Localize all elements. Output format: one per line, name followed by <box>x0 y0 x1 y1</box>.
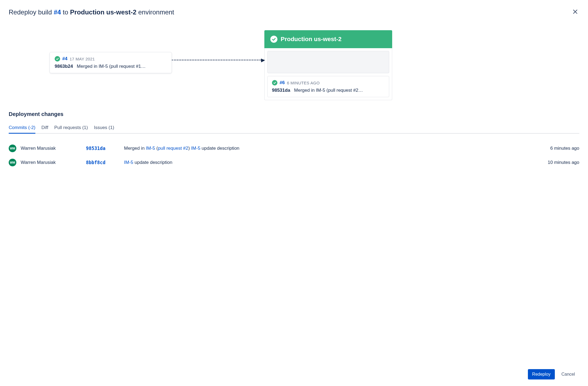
modal-title: Redeploy build #4 to Production us-west-… <box>9 8 174 16</box>
source-commit-message: Merged in IM-5 (pull request #1… <box>77 64 146 69</box>
current-commit-hash: 98531da <box>272 88 290 93</box>
commit-row: WM Warren Marusiak 8bbf8cd IM-5 update d… <box>9 155 579 170</box>
success-icon <box>272 80 277 85</box>
tab-commits[interactable]: Commits (-2) <box>9 122 35 133</box>
issue-link[interactable]: IM-5 <box>146 146 155 151</box>
commit-hash-link[interactable]: 98531da <box>86 146 124 151</box>
issue-link[interactable]: IM-5 <box>191 146 200 151</box>
avatar: WM <box>9 145 16 152</box>
commit-time: 10 minutes ago <box>533 160 579 165</box>
environment-name: Production us-west-2 <box>281 36 342 43</box>
success-icon <box>270 36 277 43</box>
issue-link[interactable]: IM-5 <box>124 160 133 165</box>
svg-marker-2 <box>261 59 265 62</box>
commit-author: Warren Marusiak <box>21 146 86 151</box>
tabs: Commits (-2) Diff Pull requests (1) Issu… <box>9 122 579 134</box>
current-build-number[interactable]: #6 <box>280 80 285 85</box>
close-icon <box>572 11 578 16</box>
tab-issues[interactable]: Issues (1) <box>94 122 114 133</box>
commit-row: WM Warren Marusiak 98531da Merged in IM-… <box>9 141 579 155</box>
source-build-card: #4 17 MAY 2021 9863b24 Merged in IM-5 (p… <box>49 52 172 73</box>
current-commit-message: Merged in IM-5 (pull request #2… <box>294 88 363 93</box>
commits-list: WM Warren Marusiak 98531da Merged in IM-… <box>9 141 579 170</box>
commit-hash-link[interactable]: 8bbf8cd <box>86 160 124 165</box>
commit-author: Warren Marusiak <box>21 160 86 165</box>
tab-diff[interactable]: Diff <box>41 122 48 133</box>
environment-header: Production us-west-2 <box>264 30 392 48</box>
section-title: Deployment changes <box>9 111 579 117</box>
pr-link[interactable]: pull request #2 <box>158 146 188 151</box>
avatar: WM <box>9 159 16 166</box>
commit-message: Merged in IM-5 (pull request #2) IM-5 up… <box>124 146 533 151</box>
source-build-time: 17 MAY 2021 <box>70 57 95 61</box>
drop-target-zone <box>267 51 389 73</box>
success-icon <box>55 56 60 62</box>
current-build-card: #6 6 MINUTES AGO 98531da Merged in IM-5 … <box>267 76 389 97</box>
tab-pull-requests[interactable]: Pull requests (1) <box>54 122 88 133</box>
commit-message: IM-5 update description <box>124 160 533 165</box>
source-commit-hash: 9863b24 <box>55 64 73 69</box>
current-build-time: 6 MINUTES AGO <box>287 81 320 85</box>
deployment-flow: #4 17 MAY 2021 9863b24 Merged in IM-5 (p… <box>9 30 579 100</box>
build-link[interactable]: #4 <box>54 8 61 16</box>
commit-time: 6 minutes ago <box>533 146 579 151</box>
arrow-icon <box>172 60 264 60</box>
close-button[interactable] <box>571 8 579 17</box>
source-build-number[interactable]: #4 <box>62 56 67 62</box>
